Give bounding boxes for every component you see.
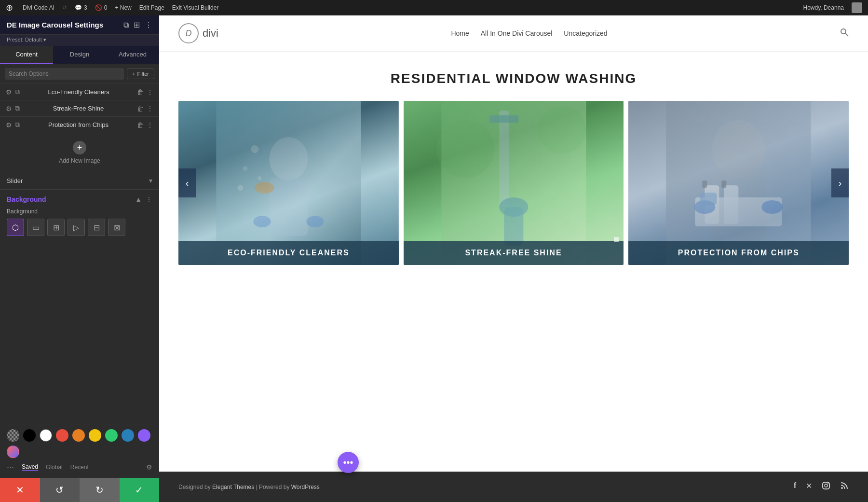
background-section: Background ▲ ⋮ Background ⬡ ▭ ⊞ ▷ ⊟ ⊠ [0,190,159,242]
carousel-card-1: ECO-FRIENDLY CLEANERS [178,101,399,265]
image-item-3-actions: 🗑 ⋮ [137,121,153,129]
sidebar-duplicate-icon[interactable]: ⧉ [123,21,129,29]
fab-button[interactable]: ••• [338,452,359,473]
settings-icon-2[interactable]: ⚙ [6,105,12,112]
duplicate-icon-2[interactable]: ⧉ [15,104,20,112]
exit-vb-bar-item[interactable]: Exit Visual Builder [172,4,219,11]
tab-advanced[interactable]: Advanced [106,46,159,64]
svg-point-33 [841,487,843,489]
color-swatch-red[interactable] [56,429,68,442]
color-swatch-orange[interactable] [72,429,85,442]
instagram-icon[interactable] [822,481,830,492]
bg-more-icon[interactable]: ⋮ [146,195,152,203]
svg-rect-14 [489,115,518,123]
save-button[interactable]: ✓ [120,478,160,502]
delete-icon-1[interactable]: 🗑 [137,88,144,96]
color-swatch-blue[interactable] [122,429,134,442]
site-name-bar-item[interactable]: Divi Code AI [23,4,54,11]
image-item-1-actions: 🗑 ⋮ [137,88,153,96]
image-item-1[interactable]: ⚙ ⧉ Eco-Friendly Cleaners 🗑 ⋮ [0,84,159,100]
svg-rect-16 [504,207,523,246]
new-bar-item[interactable]: + New [115,4,131,11]
nav-link-home[interactable]: Home [451,29,469,37]
slider-section[interactable]: Slider ▾ [0,172,159,190]
duplicate-icon-3[interactable]: ⧉ [15,121,20,129]
image-item-3[interactable]: ⚙ ⧉ Protection from Chips 🗑 ⋮ [0,117,159,133]
undo-button[interactable]: ↺ [40,478,80,502]
carousel-card-3: PROTECTION FROM CHIPS [628,101,849,265]
search-input[interactable] [5,68,124,80]
svg-point-10 [253,216,271,227]
bg-collapse-icon[interactable]: ▲ [135,195,142,203]
new-label: + New [115,4,131,11]
bg-mask-button[interactable]: ⊠ [108,219,125,236]
nav-link-uncategorized[interactable]: Uncategorized [564,29,607,37]
color-swatch-green[interactable] [105,429,118,442]
exit-vb-label: Exit Visual Builder [172,4,219,11]
image-item-2[interactable]: ⚙ ⧉ Streak-Free Shine 🗑 ⋮ [0,100,159,117]
wp-logo-icon[interactable]: ⊕ [6,2,13,13]
bg-image-button[interactable]: ⊞ [47,219,65,236]
more-icon-1[interactable]: ⋮ [147,88,153,96]
svg-rect-25 [703,181,707,188]
delete-icon-2[interactable]: 🗑 [137,105,144,112]
svg-rect-30 [823,482,829,489]
palette-tab-saved[interactable]: Saved [22,463,38,471]
more-icon-2[interactable]: ⋮ [147,105,153,112]
preview-area: D divi Home All In One Divi Carousel Unc… [159,15,868,502]
preset-bar[interactable]: Preset: Default ▾ [0,35,159,46]
site-logo: D divi [178,23,218,43]
bg-gradient-button[interactable]: ▭ [27,219,44,236]
twitter-x-icon[interactable]: ✕ [806,481,812,492]
logo-circle: D [178,23,199,43]
more-icon-3[interactable]: ⋮ [147,121,153,129]
redo-button[interactable]: ↻ [80,478,120,502]
cancel-button[interactable]: ✕ [0,478,40,502]
bar-sep-1: ↺ [62,4,67,11]
bg-pattern-button[interactable]: ⊟ [88,219,105,236]
search-icon[interactable] [840,28,849,39]
footer-elegant-themes[interactable]: Elegant Themes [212,484,254,490]
color-swatch-black[interactable] [23,429,36,442]
color-swatch-checker[interactable] [7,429,19,442]
filter-button[interactable]: + Filter [127,69,154,79]
delete-icon-3[interactable]: 🗑 [137,121,144,129]
color-swatch-gradient[interactable] [7,446,19,458]
color-swatch-yellow[interactable] [89,429,101,442]
sidebar-more-icon[interactable]: ⋮ [145,20,152,29]
image-item-3-icons: ⚙ ⧉ [6,121,20,129]
comments-bar-item[interactable]: 💬 3 [75,4,87,11]
hero-section: RESIDENTIAL WINDOW WASHING ‹ [159,52,868,472]
color-swatch-white[interactable] [40,429,52,442]
rss-icon[interactable] [840,481,849,492]
spam-bar-item[interactable]: 🚫 0 [95,4,108,11]
tab-content-label: Content [15,51,38,58]
color-palette-area: ··· Saved Global Recent ⚙ [0,424,159,478]
duplicate-icon-1[interactable]: ⧉ [15,88,20,96]
howdy-label: Howdy, Deanna [803,4,844,11]
svg-point-17 [436,120,494,178]
palette-more-icon[interactable]: ··· [7,462,14,472]
palette-tab-global[interactable]: Global [46,464,63,471]
tab-content[interactable]: Content [0,46,53,64]
palette-tab-recent[interactable]: Recent [70,464,89,471]
sidebar: DE Image Carousel Settings ⧉ ⊞ ⋮ Preset:… [0,15,159,502]
carousel-next-button[interactable]: › [831,168,849,197]
facebook-icon[interactable]: f [794,481,796,492]
color-swatch-purple[interactable] [138,429,150,442]
edit-page-bar-item[interactable]: Edit Page [139,4,164,11]
sidebar-grid-icon[interactable]: ⊞ [134,20,140,29]
add-new-image[interactable]: + Add New Image [0,133,159,172]
tab-design[interactable]: Design [53,46,106,64]
bg-color-button[interactable]: ⬡ [7,219,24,236]
fab-icon: ••• [343,457,353,468]
settings-icon-3[interactable]: ⚙ [6,121,12,129]
bg-section-header: Background ▲ ⋮ [7,195,152,203]
background-section-title: Background [7,195,46,203]
settings-icon-1[interactable]: ⚙ [6,88,12,96]
footer-wordpress[interactable]: WordPress [291,484,320,490]
carousel-prev-button[interactable]: ‹ [178,168,196,197]
bg-video-button[interactable]: ▷ [68,219,85,236]
palette-settings-icon[interactable]: ⚙ [146,463,152,471]
nav-link-carousel[interactable]: All In One Divi Carousel [481,29,553,37]
